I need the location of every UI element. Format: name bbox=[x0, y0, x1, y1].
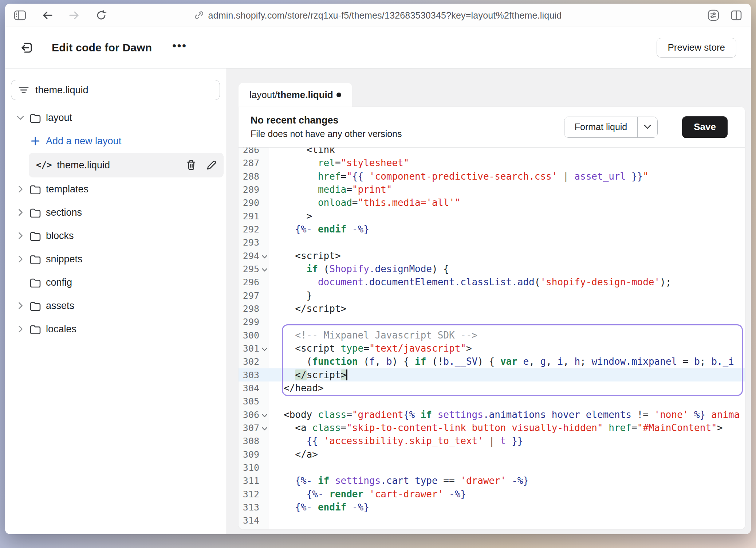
fold-chevron-icon[interactable] bbox=[262, 268, 267, 272]
code-line-301[interactable]: 301 <script type="text/javascript"> bbox=[239, 342, 745, 355]
code-line-297[interactable]: 297 } bbox=[239, 289, 745, 302]
code-line-content: <link bbox=[268, 148, 745, 156]
app-header: Edit code for Dawn ••• Preview store bbox=[5, 27, 751, 68]
line-number: 294 bbox=[239, 249, 268, 262]
preview-store-button[interactable]: Preview store bbox=[657, 38, 737, 58]
editor-main: layout/theme.liquid No recent changes Fi… bbox=[226, 68, 751, 534]
toolbar-divider bbox=[670, 108, 670, 146]
save-button[interactable]: Save bbox=[682, 116, 728, 138]
line-number: 311 bbox=[239, 474, 268, 487]
code-line-295[interactable]: 295 if (Shopify.designMode) { bbox=[239, 262, 745, 275]
code-line-292[interactable]: 292 {%- endif -%} bbox=[239, 223, 745, 236]
line-number: 304 bbox=[239, 381, 268, 395]
file-search[interactable] bbox=[11, 80, 220, 100]
chevron-right-icon bbox=[16, 325, 24, 333]
code-line-306[interactable]: 306<body class="gradient{% if settings.a… bbox=[239, 408, 745, 421]
status-title: No recent changes bbox=[251, 115, 402, 126]
code-line-312[interactable]: 312 {%- render 'cart-drawer' -%} bbox=[239, 488, 745, 501]
code-line-290[interactable]: 290 onload="this.media='all'" bbox=[239, 196, 745, 209]
code-line-308[interactable]: 308 {{ 'accessibility.skip_to_text' | t … bbox=[239, 434, 745, 447]
chevron-right-icon bbox=[16, 209, 24, 216]
code-line-303[interactable]: 303 </script> bbox=[239, 368, 745, 381]
line-number: 296 bbox=[239, 275, 268, 289]
forward-icon[interactable] bbox=[68, 10, 80, 20]
sidebar-item-blocks[interactable]: blocks bbox=[5, 224, 226, 247]
reload-icon[interactable] bbox=[95, 9, 107, 21]
line-number: 302 bbox=[239, 355, 268, 368]
file-sidebar: layoutAdd a new layout</>theme.liquidtem… bbox=[5, 68, 226, 534]
more-actions-button[interactable]: ••• bbox=[172, 40, 187, 55]
line-number: 286 bbox=[239, 148, 268, 156]
text-cursor bbox=[346, 369, 347, 380]
sidebar-item-snippets[interactable]: snippets bbox=[5, 247, 226, 271]
tab-theme-liquid[interactable]: layout/theme.liquid bbox=[239, 83, 352, 107]
code-line-293[interactable]: 293 bbox=[239, 236, 745, 249]
code-line-311[interactable]: 311 {%- if settings.cart_type == 'drawer… bbox=[239, 474, 745, 487]
sidebar-item-label: assets bbox=[46, 300, 74, 312]
back-icon[interactable] bbox=[42, 10, 53, 20]
line-number: 291 bbox=[239, 210, 268, 223]
code-line-309[interactable]: 309 </a> bbox=[239, 448, 745, 461]
sidebar-item-layout[interactable]: layout bbox=[5, 106, 226, 129]
line-number: 307 bbox=[239, 421, 268, 434]
code-line-305[interactable]: 305 bbox=[239, 395, 745, 408]
code-line-content: href="{{ 'component-predictive-search.cs… bbox=[268, 170, 745, 183]
sidebar-item-locales[interactable]: locales bbox=[5, 317, 226, 341]
sidebar-item-label: snippets bbox=[46, 254, 83, 265]
code-editor[interactable]: 286 <link287 rel="stylesheet"288 href="{… bbox=[239, 148, 745, 529]
sidebar-item-templates[interactable]: templates bbox=[5, 177, 226, 201]
format-options-dropdown[interactable] bbox=[637, 117, 657, 137]
code-line-289[interactable]: 289 media="print" bbox=[239, 183, 745, 196]
split-view-icon[interactable] bbox=[731, 10, 742, 21]
code-line-307[interactable]: 307 <a class="skip-to-content-link butto… bbox=[239, 421, 745, 434]
code-line-314[interactable]: 314 bbox=[239, 514, 745, 527]
code-line-content: {{ 'accessibility.skip_to_text' | t }} bbox=[268, 434, 745, 447]
line-number: 303 bbox=[239, 368, 268, 381]
address-bar[interactable]: admin.shopify.com/store/rzq1xu-f5/themes… bbox=[194, 10, 562, 20]
fold-chevron-icon[interactable] bbox=[262, 427, 267, 431]
sidebar-item-theme-liquid[interactable]: </>theme.liquid bbox=[29, 153, 224, 177]
exit-code-editor-icon[interactable] bbox=[20, 40, 34, 55]
sidebar-item-add-a-new-layout[interactable]: Add a new layout bbox=[5, 129, 226, 153]
line-number: 305 bbox=[239, 395, 268, 408]
plus-icon bbox=[29, 136, 41, 146]
code-line-304[interactable]: 304</head> bbox=[239, 381, 745, 395]
code-line-content: document.documentElement.classList.add('… bbox=[268, 275, 745, 289]
format-liquid-button[interactable]: Format liquid bbox=[564, 117, 638, 137]
tab-file-name: theme.liquid bbox=[277, 89, 333, 101]
fold-chevron-icon[interactable] bbox=[262, 414, 267, 418]
code-line-288[interactable]: 288 href="{{ 'component-predictive-searc… bbox=[239, 170, 745, 183]
sidebar-toggle-icon[interactable] bbox=[14, 10, 26, 21]
code-line-287[interactable]: 287 rel="stylesheet" bbox=[239, 156, 745, 169]
sidebar-item-assets[interactable]: assets bbox=[5, 294, 226, 317]
search-input[interactable] bbox=[35, 85, 212, 96]
code-line-296[interactable]: 296 document.documentElement.classList.a… bbox=[239, 275, 745, 289]
code-line-content: rel="stylesheet" bbox=[268, 156, 745, 169]
code-line-294[interactable]: 294 <script> bbox=[239, 249, 745, 262]
code-line-content: </script> bbox=[268, 302, 745, 315]
code-line-content: <!-- Mixpanel Javascript SDK --> bbox=[268, 329, 745, 342]
fold-chevron-icon[interactable] bbox=[262, 348, 267, 351]
folder-icon bbox=[29, 277, 41, 287]
delete-file-icon[interactable] bbox=[186, 159, 197, 171]
code-line-313[interactable]: 313 {%- endif -%} bbox=[239, 501, 745, 514]
sidebar-item-config[interactable]: config bbox=[5, 271, 226, 294]
sidebar-item-label: sections bbox=[46, 207, 82, 218]
code-line-content: > bbox=[268, 210, 745, 223]
code-line-299[interactable]: 299 bbox=[239, 315, 745, 328]
fold-chevron-icon[interactable] bbox=[262, 255, 267, 259]
code-line-291[interactable]: 291 > bbox=[239, 210, 745, 223]
line-number: 314 bbox=[239, 514, 268, 527]
line-number: 295 bbox=[239, 262, 268, 275]
rename-file-icon[interactable] bbox=[206, 160, 217, 171]
sidebar-item-sections[interactable]: sections bbox=[5, 201, 226, 224]
code-line-content: if (Shopify.designMode) { bbox=[268, 262, 745, 275]
code-line-302[interactable]: 302 (function (f, b) { if (!b.__SV) { va… bbox=[239, 355, 745, 368]
code-line-310[interactable]: 310 bbox=[239, 461, 745, 474]
code-line-298[interactable]: 298 </script> bbox=[239, 302, 745, 315]
code-line-286[interactable]: 286 <link bbox=[239, 148, 745, 156]
page-settings-icon[interactable] bbox=[707, 9, 720, 21]
code-line-300[interactable]: 300 <!-- Mixpanel Javascript SDK --> bbox=[239, 329, 745, 342]
code-line-315[interactable]: 315<main id="MainContent" class="content… bbox=[239, 527, 745, 529]
code-line-content: {%- if settings.cart_type == 'drawer' -%… bbox=[268, 474, 745, 487]
